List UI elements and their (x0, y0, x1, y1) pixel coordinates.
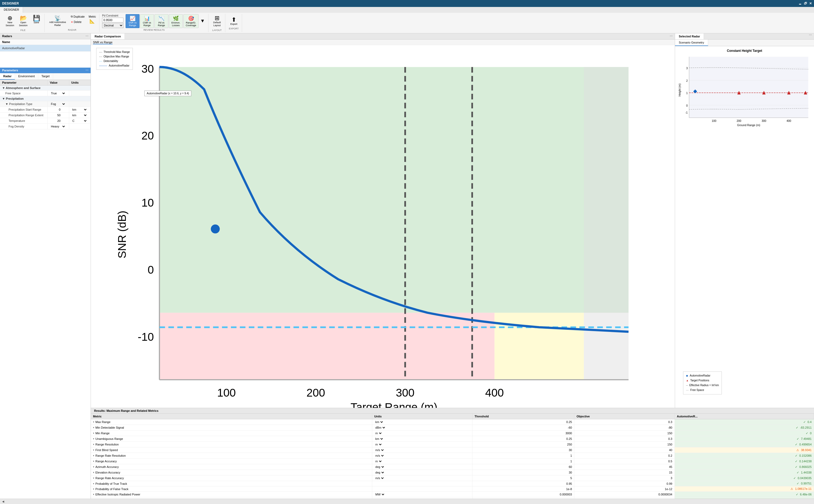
results-table-wrapper[interactable]: Metric Units Threshold Objective Automot… (91, 414, 814, 499)
units-select[interactable]: km (374, 420, 384, 424)
ar-value-cell: ✓ 0 (675, 431, 814, 436)
units-select[interactable]: m (374, 431, 382, 435)
radar-comparison-tab[interactable]: Radar Comparison (91, 33, 125, 39)
temperature-input[interactable] (50, 119, 60, 122)
selected-radar-tab[interactable]: Selected Radar (675, 33, 704, 39)
units-cell[interactable]: deg (372, 464, 472, 470)
export-icon: ⬆ (231, 17, 236, 23)
ribbon-tab-designer[interactable]: DESIGNER (0, 7, 23, 13)
metric-name-text: Elevation Accuracy (95, 471, 120, 474)
range-coverage-button[interactable]: 🎯 Range/D.Coverage (183, 14, 199, 28)
metrics-expand-button[interactable]: ▼ (199, 14, 206, 28)
precip-extent-units[interactable]: kmm (69, 112, 90, 118)
params-tab-target[interactable]: Target (38, 73, 53, 80)
add-automotive-radar-icon: 📡 (54, 15, 61, 21)
units-select[interactable]: m/s (374, 454, 385, 458)
save-button[interactable]: 💾 Save (30, 14, 42, 28)
fog-density-value[interactable]: HeavyMediumLight (48, 123, 69, 129)
units-select[interactable]: deg (374, 471, 385, 474)
metric-cell: ▾ Unambiguous Range (91, 436, 372, 442)
temperature-units[interactable]: CF (69, 118, 90, 123)
file-buttons: ⊕ NewSession 📂 OpenSession 💾 Save (4, 14, 42, 28)
ok-icon: ✓ (797, 482, 799, 485)
units-select[interactable]: m/s (374, 476, 385, 480)
snr-vs-range-button[interactable]: 📈 SNR vsRange (126, 14, 139, 28)
sc-x-axis-title: Ground Range (m) (737, 123, 760, 126)
precip-extent-units-select[interactable]: kmm (71, 113, 87, 117)
units-cell[interactable]: m (372, 431, 472, 436)
precip-extent-value[interactable] (48, 112, 69, 118)
units-cell[interactable]: m/s (372, 447, 472, 453)
radar-name-value[interactable]: AutomotiveRadar (0, 45, 91, 52)
scenario-subtabs: Scenario Geometry (675, 40, 814, 46)
export-group-label: EXPORT (228, 27, 240, 30)
precip-type-select[interactable]: FogRain (50, 102, 66, 106)
params-tab-radar[interactable]: Radar (0, 73, 15, 80)
export-button[interactable]: ⬆ Export (228, 15, 240, 27)
threshold-cell: -60 (472, 425, 574, 431)
legend-objective-label: Objective Max Range (104, 54, 129, 59)
legend-threshold-dash: - - - (99, 50, 102, 54)
window-close-btn[interactable]: ✕ (809, 2, 812, 5)
temperature-units-select[interactable]: CF (71, 119, 87, 123)
free-space-value[interactable]: TrueFalse (48, 90, 69, 96)
units-select[interactable]: dBm (374, 426, 386, 429)
free-space-select[interactable]: TrueFalse (50, 91, 66, 95)
units-cell[interactable]: m/s (372, 453, 472, 459)
units-cell[interactable]: MW (372, 492, 472, 497)
window-maximize-btn[interactable]: 🗗 (804, 2, 807, 5)
units-cell[interactable]: km (372, 419, 472, 425)
ar-col-header: AutomotiveR... (675, 414, 814, 419)
units-select[interactable]: m (374, 443, 382, 446)
precip-start-input[interactable] (50, 108, 60, 111)
temperature-value[interactable] (48, 118, 69, 123)
units-cell[interactable]: m (372, 459, 472, 464)
new-session-button[interactable]: ⊕ NewSession (4, 14, 16, 28)
params-menu[interactable]: ⋯ (86, 69, 88, 72)
precip-extent-input[interactable] (50, 114, 60, 117)
window-minimize-btn[interactable]: 🗕 (799, 2, 802, 5)
units-select[interactable]: m/s (374, 448, 385, 452)
sc-legend-triangle: ▲ (686, 378, 689, 383)
units-cell[interactable] (372, 481, 472, 486)
threshold-cell: 60 (472, 464, 574, 470)
units-select[interactable]: m (374, 459, 382, 463)
delete-button[interactable]: ✕ Delete (69, 20, 87, 24)
units-cell[interactable]: m/s (372, 475, 472, 481)
precip-type-value[interactable]: FogRain (48, 101, 69, 107)
chart-panel-menu[interactable]: ⋯ (668, 33, 675, 39)
units-select[interactable]: km (374, 437, 384, 441)
add-automotive-radar-button[interactable]: 📡 Add AutomotiveRadar (47, 14, 68, 28)
units-select[interactable]: MW (374, 493, 385, 496)
pd-format-select[interactable]: Decimal (102, 23, 123, 28)
selected-radar-menu[interactable]: ⋯ (807, 33, 814, 39)
units-cell[interactable]: dBm (372, 425, 472, 431)
precip-start-units-select[interactable]: kmm (71, 108, 87, 111)
pd-vs-range-button[interactable]: 📉 Pd vsRange (154, 14, 168, 28)
sc-legend-eff-dash: - - (686, 383, 688, 388)
cnr-vs-range-button[interactable]: 📊 CNR vsRange (140, 14, 154, 28)
units-select[interactable]: deg (374, 465, 385, 469)
pd-constraint-input[interactable] (102, 18, 123, 22)
default-layout-button[interactable]: ⊞ DefaultLayout (211, 14, 223, 28)
precip-start-units[interactable]: kmm (69, 107, 90, 112)
open-session-button[interactable]: 📂 OpenSession (17, 14, 29, 28)
threshold-col-header: Threshold (472, 414, 574, 419)
snr-vs-range-tab-label[interactable]: SNR vs Range (93, 41, 113, 44)
scenario-geometry-tab[interactable]: Scenario Geometry (675, 40, 708, 46)
fog-density-select[interactable]: HeavyMediumLight (50, 125, 66, 128)
threshold-cell: 250 (472, 442, 574, 447)
environ-losses-button[interactable]: 🌿 Environ.Losses (169, 14, 183, 28)
duplicate-button[interactable]: ⧉ Duplicate (69, 14, 87, 19)
units-cell[interactable] (372, 486, 472, 492)
radars-panel-menu[interactable]: ⋯ (86, 34, 88, 38)
threshold-cell: 5 (472, 475, 574, 481)
units-cell[interactable]: deg (372, 470, 472, 475)
fog-density-label: Fog Density (0, 123, 48, 129)
precip-start-value[interactable] (48, 107, 69, 112)
units-cell[interactable]: m (372, 442, 472, 447)
params-tab-environment[interactable]: Environment (15, 73, 38, 80)
ar-value-cell: ✓ 0.866025 (675, 464, 814, 470)
param-col-header: Parameter (0, 80, 48, 86)
units-cell[interactable]: km (372, 436, 472, 442)
